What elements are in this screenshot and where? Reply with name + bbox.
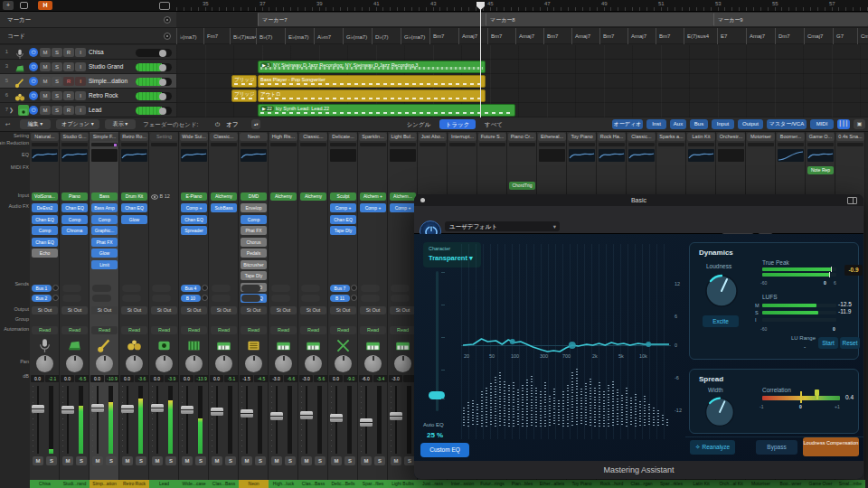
- pan-knob[interactable]: [96, 355, 113, 372]
- automation-mode-button[interactable]: Read: [91, 326, 118, 334]
- volume-db-value[interactable]: -3.0: [389, 375, 402, 382]
- audio-fx-slot[interactable]: Chan EQ: [32, 238, 58, 247]
- channel-input-slot[interactable]: Piano: [61, 192, 88, 201]
- channel-name-strip[interactable]: Just...rass: [418, 480, 448, 488]
- solo-button[interactable]: S: [344, 456, 355, 465]
- channel-setting-button[interactable]: Light Bul...: [389, 133, 417, 141]
- chord-cell[interactable]: Cmaj7: [804, 28, 833, 44]
- fader-cap[interactable]: [32, 405, 44, 413]
- chord-cell[interactable]: E7: [717, 28, 746, 44]
- volume-db-value[interactable]: 0.0: [120, 375, 134, 382]
- channel-setting-button[interactable]: Setting: [150, 133, 178, 141]
- channel-setting-button[interactable]: Classic...: [627, 133, 656, 141]
- track-i-button[interactable]: I: [75, 77, 86, 86]
- channel-output[interactable]: St Out: [241, 306, 267, 314]
- automation-mode-button[interactable]: Read: [32, 326, 58, 334]
- channel-eq-thumbnail[interactable]: [688, 149, 714, 162]
- mixer-filter-2[interactable]: Aux: [670, 119, 686, 129]
- automation-mode-button[interactable]: Read: [241, 326, 267, 334]
- send-level-knob[interactable]: [202, 295, 208, 301]
- reset-button[interactable]: Reset: [840, 337, 860, 349]
- channel-input-slot[interactable]: Bass: [91, 192, 118, 201]
- pan-knob[interactable]: [215, 355, 232, 372]
- track-row[interactable]: 7❯⏻MSRILead: [0, 103, 176, 117]
- channel-eq-thumbnail[interactable]: [32, 149, 58, 162]
- solo-button[interactable]: S: [165, 456, 176, 465]
- pan-knob[interactable]: [156, 355, 173, 372]
- channel-eq-thumbnail[interactable]: [569, 149, 595, 162]
- send-level-knob[interactable]: [351, 295, 357, 301]
- chord-cell[interactable]: Cmaj7: [857, 28, 868, 44]
- window-view-icon[interactable]: ▣: [854, 119, 865, 129]
- fader-cap[interactable]: [91, 404, 104, 412]
- marker-lane-disclosure-icon[interactable]: [164, 16, 171, 23]
- automation-mode-button[interactable]: Read: [61, 326, 88, 334]
- fader-cap[interactable]: [181, 406, 193, 414]
- volume-db-value[interactable]: 0.0: [150, 375, 164, 382]
- track-m-button[interactable]: M: [40, 48, 51, 57]
- chord-cell[interactable]: A♭m7: [314, 28, 343, 44]
- track-s-button[interactable]: S: [52, 48, 62, 57]
- volume-knob[interactable]: [159, 79, 166, 86]
- channel-eq-thumbnail[interactable]: [241, 149, 267, 162]
- track-power-button[interactable]: ⏻: [29, 62, 38, 71]
- audio-fx-slot[interactable]: DeEss2: [32, 203, 58, 212]
- audio-fx-slot[interactable]: Chan EQ: [181, 215, 207, 224]
- channel-setting-button[interactable]: Just Abo...: [419, 133, 447, 141]
- channel-name-strip[interactable]: Chisa: [30, 480, 60, 488]
- track-s-button[interactable]: S: [52, 91, 62, 100]
- channel-name-strip[interactable]: Smal...mbe: [835, 480, 865, 488]
- mixer-filter-7[interactable]: MIDI: [810, 119, 834, 129]
- solo-button[interactable]: S: [76, 456, 87, 465]
- solo-button[interactable]: S: [136, 456, 146, 465]
- mute-button[interactable]: M: [92, 456, 103, 465]
- chord-cell[interactable]: G7: [833, 28, 857, 44]
- audio-fx-slot[interactable]: Bass Amp: [91, 203, 118, 212]
- chord-cell[interactable]: Amaj7: [515, 28, 543, 44]
- channel-name-strip[interactable]: High...luck: [269, 480, 298, 488]
- pan-knob[interactable]: [185, 355, 203, 372]
- pan-knob[interactable]: [305, 355, 322, 372]
- audio-fx-slot[interactable]: Phat FX: [241, 226, 267, 235]
- region-midi[interactable]: ブリッジ: [231, 75, 257, 88]
- channel-setting-button[interactable]: Motoriser: [747, 133, 775, 141]
- solo-button[interactable]: S: [315, 456, 326, 465]
- pan-knob[interactable]: [364, 355, 382, 372]
- audio-fx-slot[interactable]: Limit: [91, 260, 118, 269]
- chord-cell[interactable]: Amaj7: [627, 28, 656, 44]
- track-stack-bus[interactable]: B 12: [151, 192, 177, 201]
- channel-setting-button[interactable]: Natural...: [31, 133, 59, 141]
- midi-fx-slot[interactable]: Note Rep: [807, 166, 834, 174]
- audio-fx-slot[interactable]: Graphic...: [91, 226, 118, 235]
- volume-db-value[interactable]: 0.0: [210, 375, 223, 382]
- mixer-menu-0[interactable]: 編集 ▾: [20, 119, 51, 129]
- track-i-button[interactable]: I: [75, 62, 86, 71]
- fader-cap[interactable]: [241, 409, 253, 418]
- channel-input-slot[interactable]: E-Piano: [181, 192, 207, 201]
- chord-cell[interactable]: E♭(ma7): [285, 28, 314, 44]
- audio-fx-slot[interactable]: Chan EQ: [61, 203, 88, 212]
- excite-button[interactable]: Excite: [703, 315, 739, 327]
- send-bus[interactable]: B 11: [330, 295, 350, 302]
- audio-fx-slot[interactable]: Tape Dly: [241, 271, 267, 280]
- mute-button[interactable]: M: [271, 456, 282, 465]
- channel-eq-thumbnail[interactable]: [121, 149, 147, 162]
- reanalyze-button[interactable]: ✧ Reanalyze: [690, 440, 735, 455]
- region-audio[interactable]: ▶ 3NY Steinway D Jazz Recording: NY Stei…: [258, 61, 486, 73]
- track-row[interactable]: 5⏻MSRISimple...dation: [0, 74, 176, 89]
- channel-eq-thumbnail[interactable]: [628, 149, 655, 162]
- channel-name-strip[interactable]: Clas...Bass: [209, 480, 239, 488]
- custom-eq-button[interactable]: Custom EQ: [420, 443, 469, 457]
- channel-name-strip[interactable]: Wide...case: [179, 480, 209, 488]
- volume-knob[interactable]: [159, 50, 166, 57]
- channel-setting-button[interactable]: Interrupt...: [448, 133, 476, 141]
- automation-mode-button[interactable]: Read: [360, 326, 386, 334]
- volume-db-value[interactable]: 0.0: [61, 375, 74, 382]
- mixer-view-tab-2[interactable]: すべて: [478, 119, 509, 129]
- region-audio[interactable]: ▶ 22Icy Synth Lead: Lead.22: [258, 104, 515, 117]
- mute-button[interactable]: M: [33, 456, 43, 465]
- volume-db-value[interactable]: 0.0: [329, 375, 343, 382]
- loudness-compensation-button[interactable]: Loudness Compensation: [803, 437, 859, 456]
- marker-region[interactable]: マーカー8: [486, 13, 713, 26]
- automation-mode-button[interactable]: Read: [390, 326, 416, 334]
